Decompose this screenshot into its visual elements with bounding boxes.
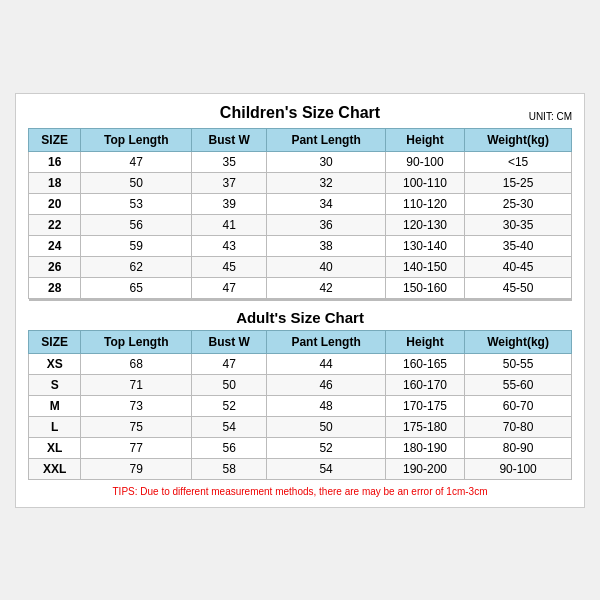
table-cell: 62 <box>81 256 192 277</box>
table-cell: 54 <box>267 458 386 479</box>
table-cell: 16 <box>29 151 81 172</box>
table-cell: 150-160 <box>385 277 464 298</box>
table-cell: <15 <box>465 151 572 172</box>
chart-container: Children's Size Chart UNIT: CM SIZE Top … <box>15 93 585 508</box>
table-row: S715046160-17055-60 <box>29 374 572 395</box>
table-cell: 175-180 <box>385 416 464 437</box>
table-cell: 50-55 <box>465 353 572 374</box>
children-chart-title: Children's Size Chart <box>220 104 380 122</box>
table-cell: 47 <box>192 277 267 298</box>
table-cell: 35 <box>192 151 267 172</box>
table-cell: 52 <box>192 395 267 416</box>
table-cell: 80-90 <box>465 437 572 458</box>
table-cell: 41 <box>192 214 267 235</box>
table-cell: 45 <box>192 256 267 277</box>
table-cell: XL <box>29 437 81 458</box>
table-cell: 75 <box>81 416 192 437</box>
table-cell: 22 <box>29 214 81 235</box>
table-cell: M <box>29 395 81 416</box>
adults-size-table: Adult's Size Chart SIZE Top Length Bust … <box>28 299 572 480</box>
table-cell: 26 <box>29 256 81 277</box>
table-cell: XXL <box>29 458 81 479</box>
table-cell: 43 <box>192 235 267 256</box>
table-cell: 30 <box>267 151 386 172</box>
table-cell: XS <box>29 353 81 374</box>
tips-text: TIPS: Due to different measurement metho… <box>28 486 572 497</box>
table-cell: 15-25 <box>465 172 572 193</box>
table-cell: 55-60 <box>465 374 572 395</box>
table-cell: 120-130 <box>385 214 464 235</box>
table-cell: 34 <box>267 193 386 214</box>
table-cell: 35-40 <box>465 235 572 256</box>
table-row: L755450175-18070-80 <box>29 416 572 437</box>
table-cell: 190-200 <box>385 458 464 479</box>
table-cell: 38 <box>267 235 386 256</box>
table-row: 28654742150-16045-50 <box>29 277 572 298</box>
table-cell: 24 <box>29 235 81 256</box>
children-size-table: SIZE Top Length Bust W Pant Length Heigh… <box>28 128 572 299</box>
table-row: M735248170-17560-70 <box>29 395 572 416</box>
table-cell: 53 <box>81 193 192 214</box>
title-row: Children's Size Chart UNIT: CM <box>28 104 572 122</box>
table-cell: 47 <box>192 353 267 374</box>
table-cell: 48 <box>267 395 386 416</box>
adults-header-row: SIZE Top Length Bust W Pant Length Heigh… <box>29 330 572 353</box>
table-cell: 30-35 <box>465 214 572 235</box>
table-row: 24594338130-14035-40 <box>29 235 572 256</box>
table-cell: 50 <box>81 172 192 193</box>
table-cell: S <box>29 374 81 395</box>
table-cell: 56 <box>81 214 192 235</box>
table-cell: 73 <box>81 395 192 416</box>
table-row: 26624540140-15040-45 <box>29 256 572 277</box>
table-cell: 90-100 <box>385 151 464 172</box>
table-cell: 32 <box>267 172 386 193</box>
table-cell: 37 <box>192 172 267 193</box>
table-cell: 65 <box>81 277 192 298</box>
unit-label: UNIT: CM <box>529 111 572 122</box>
table-cell: 160-165 <box>385 353 464 374</box>
table-cell: 68 <box>81 353 192 374</box>
table-cell: 50 <box>267 416 386 437</box>
adults-col-pantlength: Pant Length <box>267 330 386 353</box>
children-col-height: Height <box>385 128 464 151</box>
table-cell: 90-100 <box>465 458 572 479</box>
table-cell: 79 <box>81 458 192 479</box>
table-cell: 56 <box>192 437 267 458</box>
table-cell: 70-80 <box>465 416 572 437</box>
adults-title-row: Adult's Size Chart <box>29 300 572 331</box>
table-cell: 25-30 <box>465 193 572 214</box>
table-row: XXL795854190-20090-100 <box>29 458 572 479</box>
table-cell: 20 <box>29 193 81 214</box>
table-cell: 100-110 <box>385 172 464 193</box>
children-col-weight: Weight(kg) <box>465 128 572 151</box>
table-cell: 160-170 <box>385 374 464 395</box>
table-row: XL775652180-19080-90 <box>29 437 572 458</box>
table-cell: 52 <box>267 437 386 458</box>
table-cell: 45-50 <box>465 277 572 298</box>
table-cell: 71 <box>81 374 192 395</box>
children-col-pantlength: Pant Length <box>267 128 386 151</box>
table-row: 18503732100-11015-25 <box>29 172 572 193</box>
table-cell: 39 <box>192 193 267 214</box>
table-cell: 46 <box>267 374 386 395</box>
table-cell: 40 <box>267 256 386 277</box>
children-header-row: SIZE Top Length Bust W Pant Length Heigh… <box>29 128 572 151</box>
table-cell: 47 <box>81 151 192 172</box>
table-cell: 28 <box>29 277 81 298</box>
table-cell: 130-140 <box>385 235 464 256</box>
adults-col-size: SIZE <box>29 330 81 353</box>
table-row: 1647353090-100<15 <box>29 151 572 172</box>
table-cell: 170-175 <box>385 395 464 416</box>
table-cell: 42 <box>267 277 386 298</box>
table-cell: 18 <box>29 172 81 193</box>
table-row: 22564136120-13030-35 <box>29 214 572 235</box>
children-col-bustw: Bust W <box>192 128 267 151</box>
table-cell: 36 <box>267 214 386 235</box>
children-col-toplength: Top Length <box>81 128 192 151</box>
table-cell: L <box>29 416 81 437</box>
table-cell: 140-150 <box>385 256 464 277</box>
adults-col-toplength: Top Length <box>81 330 192 353</box>
table-cell: 40-45 <box>465 256 572 277</box>
adults-col-bustw: Bust W <box>192 330 267 353</box>
table-cell: 60-70 <box>465 395 572 416</box>
